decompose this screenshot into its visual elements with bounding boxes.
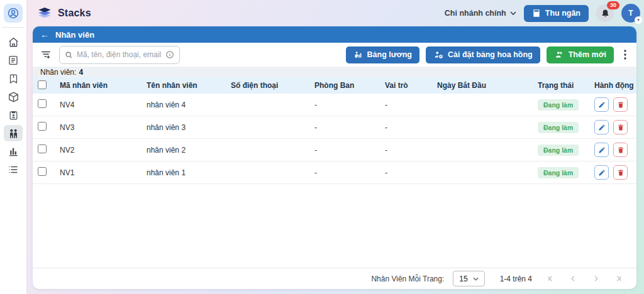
top-header: Stacks Chi nhánh chính Thu ngân 30 T ▾: [26, 0, 644, 26]
edit-button[interactable]: [594, 165, 609, 180]
employee-role: -: [385, 101, 437, 109]
employee-role: -: [385, 168, 437, 177]
profile-icon[interactable]: [4, 4, 23, 23]
cashier-button-label: Thu ngân: [545, 9, 580, 18]
row-checkbox[interactable]: [38, 167, 47, 176]
per-page-value: 15: [459, 275, 467, 283]
row-checkbox[interactable]: [38, 144, 47, 153]
cashier-button[interactable]: Thu ngân: [524, 5, 589, 22]
branch-selector[interactable]: Chi nhánh chính: [445, 9, 516, 18]
add-new-button-label: Thêm mới: [569, 50, 606, 59]
people-icon: [8, 128, 19, 139]
cube-icon: [8, 91, 19, 103]
employee-department: -: [314, 123, 385, 132]
page-title: Nhân viên: [55, 30, 94, 40]
search-box: [59, 46, 180, 64]
first-page-button[interactable]: [546, 275, 555, 283]
trash-icon: [617, 101, 625, 109]
col-header-start-date: Ngày Bắt Đầu: [437, 81, 538, 90]
commission-settings-button[interactable]: Cài đặt bảng hoa hồng: [426, 46, 540, 63]
chevron-down-icon: [510, 11, 516, 15]
toolbar: Bảng lương Cài đặt bảng hoa hồng Thêm mớ…: [33, 43, 636, 67]
edit-button[interactable]: [594, 143, 609, 157]
edit-button[interactable]: [594, 120, 609, 134]
avatar-chevron-icon: ▾: [635, 16, 642, 24]
add-filter-button[interactable]: [39, 48, 53, 62]
person-add-icon: [554, 50, 564, 59]
brand: Stacks: [36, 6, 91, 21]
payroll-button[interactable]: Bảng lương: [346, 46, 419, 63]
employee-code: NV3: [60, 123, 147, 132]
delete-button[interactable]: [613, 143, 628, 157]
bookmark-icon: [8, 74, 19, 84]
employee-code: NV4: [60, 101, 147, 109]
employee-department: -: [314, 101, 385, 109]
filter-plus-icon: [40, 49, 52, 60]
employee-name: nhân viên 4: [147, 101, 231, 109]
sidebar-item-list[interactable]: [4, 161, 23, 178]
more-options-button[interactable]: [620, 50, 630, 60]
add-new-button[interactable]: Thêm mới: [547, 46, 614, 63]
delete-button[interactable]: [613, 120, 628, 134]
per-page-select[interactable]: 15: [453, 271, 484, 286]
employee-code: NV2: [60, 146, 147, 155]
last-page-button[interactable]: [614, 275, 623, 283]
employee-department: -: [314, 146, 385, 155]
result-count: Nhân viên: 4: [33, 67, 636, 77]
sidebar-item-bookmark[interactable]: [4, 70, 23, 87]
next-page-button[interactable]: [591, 275, 600, 283]
col-header-code: Mã nhân viên: [60, 81, 147, 90]
commission-settings-label: Cài đặt bảng hoa hồng: [448, 50, 533, 59]
pencil-icon: [598, 146, 606, 154]
employee-role: -: [385, 123, 437, 132]
avatar-initial: T: [628, 9, 633, 18]
manage-accounts-icon: [433, 50, 443, 59]
document-icon: [8, 55, 19, 66]
sidebar-item-reports[interactable]: [4, 143, 23, 160]
select-all-checkbox[interactable]: [38, 80, 47, 89]
page-title-bar: ← Nhân viên: [33, 26, 636, 43]
col-header-phone: Số điện thoại: [231, 81, 314, 90]
pagination-footer: Nhân Viên Mỗi Trang: 15 1-4 trên 4: [33, 268, 636, 289]
main-card: ← Nhân viên Bảng lương: [33, 26, 636, 289]
sidebar-item-orders[interactable]: [4, 52, 23, 68]
table-row: NV4 nhân viên 4 - - Đang làm: [33, 94, 636, 116]
employee-name: nhân viên 2: [147, 146, 231, 155]
pencil-icon: [598, 124, 606, 131]
col-header-name: Tên nhân viên: [147, 81, 231, 90]
sidebar-item-tasks[interactable]: [4, 107, 23, 123]
sidebar-item-products[interactable]: [4, 89, 23, 105]
chevron-down-icon: [473, 277, 479, 281]
trash-icon: [617, 146, 625, 154]
edit-button[interactable]: [594, 97, 609, 112]
notifications-button[interactable]: 30: [596, 4, 614, 22]
search-input[interactable]: [77, 50, 162, 59]
row-checkbox[interactable]: [38, 122, 47, 131]
employee-code: NV1: [60, 168, 147, 177]
trash-icon: [617, 169, 625, 177]
app-title: Stacks: [58, 8, 91, 19]
sidebar-item-home[interactable]: [4, 34, 23, 50]
home-icon: [8, 36, 19, 48]
sidebar-item-employees[interactable]: [4, 125, 23, 141]
row-checkbox[interactable]: [38, 99, 47, 108]
info-icon[interactable]: [165, 50, 174, 59]
sidebar: [0, 0, 26, 294]
table-header: Mã nhân viên Tên nhân viên Số điện thoại…: [33, 77, 636, 94]
clipboard-person-icon: [8, 110, 19, 121]
pagination-range: 1-4 trên 4: [500, 275, 532, 283]
count-value: 4: [79, 68, 83, 77]
per-page-label: Nhân Viên Mỗi Trang:: [371, 275, 444, 283]
back-button[interactable]: ←: [40, 30, 49, 39]
employee-name: nhân viên 3: [147, 123, 231, 132]
previous-page-button[interactable]: [569, 275, 577, 283]
avatar[interactable]: T ▾: [621, 4, 640, 23]
stacks-logo-icon: [36, 6, 53, 21]
count-label: Nhân viên:: [40, 68, 76, 77]
delete-button[interactable]: [613, 165, 628, 180]
trash-icon: [617, 124, 625, 131]
notification-badge: 30: [607, 1, 619, 9]
status-badge: Đang làm: [538, 144, 579, 156]
col-header-actions: Hành động: [594, 81, 636, 90]
delete-button[interactable]: [613, 97, 628, 112]
